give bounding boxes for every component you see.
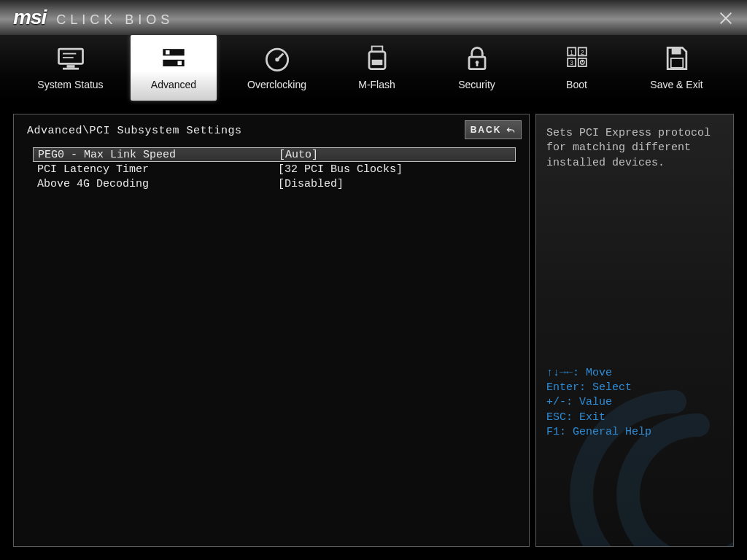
key-help-value: +/-: Value <box>546 395 723 410</box>
svg-rect-10 <box>178 61 182 66</box>
svg-rect-6 <box>63 68 79 70</box>
tab-overclocking[interactable]: Overclocking <box>227 35 327 101</box>
setting-row[interactable]: Above 4G Decoding [Disabled] <box>33 176 516 191</box>
setting-name: PCI Latency Timer <box>37 163 278 176</box>
tab-strip: System Status Advanced Overclocking M-Fl… <box>0 35 747 101</box>
tab-label: M-Flash <box>358 79 395 90</box>
body-area: BACK Advanced\PCI Subsystem Settings PEG… <box>0 101 747 560</box>
tab-system-status[interactable]: System Status <box>20 35 120 101</box>
undo-arrow-icon <box>506 125 516 135</box>
tab-save-exit[interactable]: Save & Exit <box>627 35 727 101</box>
tab-label: Security <box>458 79 495 90</box>
svg-rect-16 <box>371 60 382 65</box>
settings-list: PEG0 - Max Link Speed [Auto] PCI Latency… <box>27 147 516 191</box>
key-help-f1: F1: General Help <box>546 425 723 440</box>
sliders-icon <box>158 42 190 74</box>
svg-rect-30 <box>670 58 683 68</box>
settings-panel: BACK Advanced\PCI Subsystem Settings PEG… <box>13 114 530 547</box>
lock-icon <box>461 42 493 74</box>
setting-row[interactable]: PEG0 - Max Link Speed [Auto] <box>33 147 516 162</box>
setting-value: [Auto] <box>279 149 318 161</box>
tab-m-flash[interactable]: M-Flash <box>327 35 427 101</box>
tab-label: Overclocking <box>247 79 306 90</box>
svg-point-13 <box>275 58 279 62</box>
svg-rect-9 <box>166 50 170 55</box>
svg-text:2: 2 <box>581 50 584 56</box>
key-help-exit: ESC: Exit <box>546 411 723 425</box>
help-text: Sets PCI Express protocol for matching d… <box>546 126 723 171</box>
brand-title: CLICK BIOS <box>56 12 174 28</box>
back-button-label: BACK <box>471 125 502 135</box>
tab-label: Advanced <box>151 79 196 90</box>
brand-logo: msi CLICK BIOS <box>13 6 174 29</box>
key-help-move: ↑↓→←: Move <box>546 366 723 381</box>
setting-row[interactable]: PCI Latency Timer [32 PCI Bus Clocks] <box>33 162 516 176</box>
svg-text:3: 3 <box>570 60 573 66</box>
floppy-disk-icon <box>661 42 693 74</box>
tab-security[interactable]: Security <box>427 35 527 101</box>
setting-value: [32 PCI Bus Clocks] <box>278 163 403 176</box>
close-button[interactable] <box>718 10 734 26</box>
svg-rect-19 <box>476 63 478 66</box>
svg-rect-5 <box>66 65 74 68</box>
help-panel: Sets PCI Express protocol for matching d… <box>535 114 734 547</box>
gauge-icon <box>261 42 293 74</box>
tab-label: Boot <box>566 79 587 90</box>
setting-name: PEG0 - Max Link Speed <box>38 149 279 161</box>
back-button[interactable]: BACK <box>465 120 522 139</box>
setting-name: Above 4G Decoding <box>37 178 278 190</box>
svg-text:1: 1 <box>570 50 573 56</box>
svg-rect-29 <box>671 47 681 54</box>
boot-order-icon: 1 2 3 <box>561 42 593 74</box>
tab-advanced[interactable]: Advanced <box>131 35 217 101</box>
setting-value: [Disabled] <box>278 178 344 190</box>
header-bar: msi CLICK BIOS <box>0 0 747 35</box>
svg-rect-2 <box>58 49 82 63</box>
tab-label: System Status <box>37 79 103 90</box>
brand-msi: msi <box>13 6 46 29</box>
breadcrumb: Advanced\PCI Subsystem Settings <box>27 125 516 137</box>
tab-label: Save & Exit <box>650 79 703 90</box>
usb-bios-icon <box>361 42 393 74</box>
key-help-select: Enter: Select <box>546 381 723 395</box>
monitor-icon <box>55 42 87 74</box>
key-help-block: ↑↓→←: Move Enter: Select +/-: Value ESC:… <box>546 366 723 440</box>
close-icon <box>718 10 734 26</box>
tab-boot[interactable]: 1 2 3 Boot <box>527 35 627 101</box>
